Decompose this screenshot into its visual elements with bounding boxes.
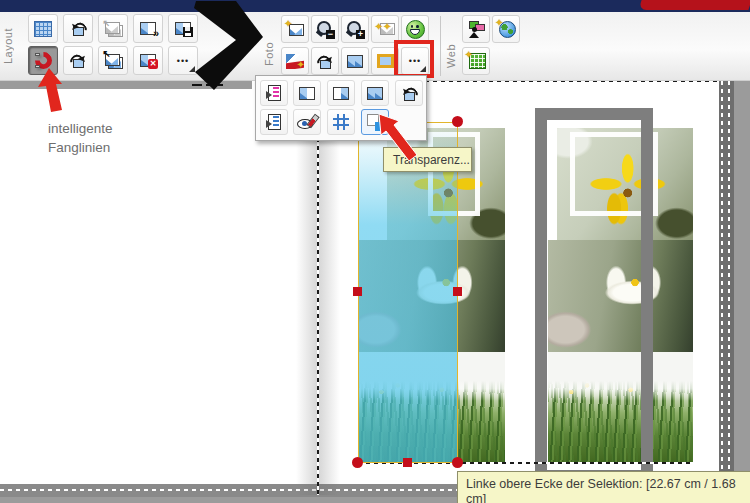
- photo-both-icon: [367, 87, 383, 100]
- foto-more-dropdown: [255, 75, 427, 141]
- page-fold-line: [317, 82, 319, 495]
- decorations-button[interactable]: ✦: [281, 47, 309, 75]
- fold-shadow-right: [319, 82, 340, 495]
- magnet-icon: [35, 52, 52, 69]
- toolbar-separator: [440, 16, 441, 76]
- web-globe-icon: ✦: [496, 20, 516, 38]
- fold-shadow-left: [296, 82, 317, 495]
- web-table-icon: ✦: [467, 53, 486, 69]
- apply-to-all-icon: »: [140, 22, 156, 35]
- page-right-edge: [719, 81, 734, 497]
- transparency-button[interactable]: [361, 109, 389, 135]
- web-globe-button[interactable]: ✦: [492, 15, 520, 43]
- selection-handle-bottom-center[interactable]: [403, 458, 412, 467]
- grid-icon: [34, 21, 52, 37]
- corner-triangle-icon: [189, 66, 195, 72]
- zoom-in-button[interactable]: +: [341, 15, 369, 43]
- save-layout-icon: [175, 22, 191, 35]
- transparency-icon: [367, 114, 384, 131]
- two-photos-icon: [347, 55, 363, 68]
- album-pages-add-button[interactable]: [260, 80, 288, 106]
- fun-smiley-button[interactable]: [401, 15, 429, 43]
- selection-status-tooltip: Linke obere Ecke der Selektion: [22.67 c…: [457, 471, 750, 503]
- annotation-highlight-box: [394, 40, 434, 78]
- photo-left-layout-button[interactable]: [293, 80, 321, 106]
- eye-brush-icon: [297, 114, 317, 130]
- undo-button[interactable]: [63, 14, 93, 43]
- canvas-top-bar: [0, 80, 252, 89]
- status-line-1: Linke obere Ecke der Selektion: [22.67 c…: [466, 477, 748, 503]
- photo-show-icon: [467, 21, 485, 38]
- undo-layout-button[interactable]: [395, 80, 423, 106]
- photo-both-layout-button[interactable]: [361, 80, 389, 106]
- redo-icon: [71, 54, 86, 67]
- eye-brush-style-button[interactable]: [293, 109, 321, 135]
- selection-handle-bottom-right[interactable]: [452, 457, 463, 468]
- smart-guides-button[interactable]: [28, 46, 58, 75]
- arrange-back-icon: ↖: [105, 22, 122, 35]
- toolbar: Layout ↖ »: [0, 12, 750, 81]
- album-add-icon: [268, 85, 281, 101]
- auto-enhance-icon: ✦✦: [376, 22, 395, 36]
- add-photo-icon: ✦: [286, 22, 304, 36]
- workspace-right: [734, 80, 750, 503]
- photo-left-icon: [299, 87, 315, 100]
- bring-to-front-button[interactable]: ↖: [98, 46, 128, 75]
- delete-layout-icon: ✕: [140, 54, 156, 67]
- rotate-button[interactable]: [311, 47, 339, 75]
- save-layout-button[interactable]: [168, 14, 198, 43]
- photo-right-layout-button[interactable]: [327, 80, 355, 106]
- zoom-out-button[interactable]: −: [311, 15, 339, 43]
- selected-transparency-object[interactable]: [358, 122, 458, 463]
- zoom-in-icon: +: [346, 20, 364, 38]
- app-window: Layout ↖ »: [0, 0, 750, 503]
- apply-to-all-button[interactable]: »: [133, 14, 163, 43]
- add-photo-button[interactable]: ✦: [281, 15, 309, 43]
- selection-handle-mid-left[interactable]: [353, 287, 362, 296]
- selection-handle-top-right[interactable]: [452, 116, 463, 127]
- arrange-back-button[interactable]: ↖: [98, 14, 128, 43]
- smiley-icon: [406, 20, 425, 39]
- web-table-button[interactable]: ✦: [462, 47, 490, 75]
- annotation-line-2: Fanglinien: [48, 138, 113, 157]
- layout-more-button[interactable]: •••: [168, 46, 198, 75]
- bring-to-front-icon: ↖: [105, 54, 122, 67]
- undo-icon: [71, 22, 86, 35]
- transparenz-tooltip-text: Transparenz...: [393, 153, 470, 167]
- annotation-line-1: intelligente: [48, 119, 113, 138]
- decorations-icon: ✦: [286, 54, 304, 69]
- gray-frame-object[interactable]: [535, 108, 653, 482]
- photo-show-button[interactable]: [462, 15, 490, 43]
- photo-frame-icon: [377, 54, 394, 68]
- annotation-text: intelligente Fanglinien: [48, 119, 113, 157]
- foto-section-label: Foto: [263, 42, 275, 66]
- more-dots-icon: •••: [177, 57, 189, 65]
- delete-layout-button[interactable]: ✕: [133, 46, 163, 75]
- selection-handle-bottom-left[interactable]: [352, 457, 363, 468]
- rotate-icon: [318, 55, 333, 68]
- title-bar: [0, 0, 750, 12]
- undo-layout-icon: [402, 87, 417, 100]
- album-export-icon: [268, 114, 281, 130]
- app-logo: [638, 0, 750, 10]
- album-pages-export-button[interactable]: [260, 109, 288, 135]
- grid-raster-button[interactable]: [327, 109, 355, 135]
- photo-right-icon: [333, 87, 349, 100]
- auto-enhance-button[interactable]: ✦✦: [371, 15, 399, 43]
- selection-handle-mid-right[interactable]: [453, 287, 462, 296]
- raster-icon: [333, 114, 349, 130]
- grid-button[interactable]: [28, 14, 58, 43]
- web-section-label: Web: [445, 44, 457, 68]
- redo-button[interactable]: [63, 46, 93, 75]
- transparenz-tooltip: Transparenz...: [383, 147, 472, 172]
- two-photos-button[interactable]: [341, 47, 369, 75]
- layout-section-label: Layout: [2, 28, 14, 64]
- zoom-out-icon: −: [316, 20, 334, 38]
